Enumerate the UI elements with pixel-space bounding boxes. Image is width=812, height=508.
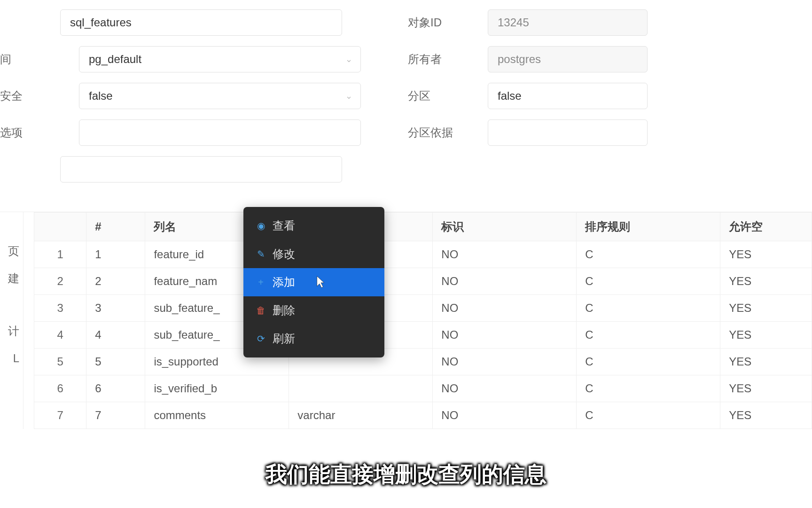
table-row[interactable]: 66is_verified_bNOCYES bbox=[34, 375, 812, 402]
tablespace-select[interactable] bbox=[79, 46, 361, 72]
columns-table: # 列名 数据类型 标识 排序规则 允许空 11feature_idvarcha… bbox=[34, 212, 812, 429]
menu-add[interactable]: + 添加 bbox=[243, 268, 384, 296]
cell-name[interactable]: comments bbox=[145, 402, 289, 429]
refresh-icon: ⟳ bbox=[256, 333, 266, 344]
cell-nullable[interactable]: YES bbox=[720, 402, 812, 429]
table-row[interactable]: 22feature_namNOCYES bbox=[34, 268, 812, 295]
cell-nullable[interactable]: YES bbox=[720, 322, 812, 349]
cell-nullable[interactable]: YES bbox=[720, 241, 812, 268]
menu-view[interactable]: ◉ 查看 bbox=[243, 212, 384, 240]
partition-by-input[interactable] bbox=[488, 119, 648, 146]
cell-type[interactable]: varchar bbox=[289, 402, 433, 429]
row-num: 6 bbox=[34, 375, 86, 402]
cell-collation[interactable]: C bbox=[577, 402, 720, 429]
cell-collation[interactable]: C bbox=[577, 349, 720, 375]
cell-hash[interactable]: 5 bbox=[86, 349, 145, 375]
row-num: 2 bbox=[34, 268, 86, 295]
cell-type[interactable] bbox=[289, 375, 433, 402]
cell-collation[interactable]: C bbox=[577, 375, 720, 402]
table-container: 页 建 计 L # 列名 数据类型 标识 排序规则 允许空 11feature_… bbox=[0, 212, 812, 429]
cell-hash[interactable]: 3 bbox=[86, 295, 145, 322]
security-label: 安全 bbox=[0, 88, 38, 103]
cell-collation[interactable]: C bbox=[577, 241, 720, 268]
cell-identity[interactable]: NO bbox=[433, 375, 577, 402]
table-row[interactable]: 55is_supportedNOCYES bbox=[34, 349, 812, 375]
cell-identity[interactable]: NO bbox=[433, 241, 577, 268]
row-num: 3 bbox=[34, 295, 86, 322]
table-row[interactable]: 44sub_feature_NOCYES bbox=[34, 322, 812, 349]
cell-identity[interactable]: NO bbox=[433, 268, 577, 295]
side-tab[interactable]: 页 bbox=[0, 238, 23, 265]
side-tab[interactable]: 建 bbox=[0, 265, 23, 292]
col-identity-header[interactable]: 标识 bbox=[433, 213, 577, 241]
options-label: 选项 bbox=[0, 125, 38, 140]
security-select[interactable] bbox=[79, 83, 361, 109]
form-area: 对象ID 间 ⌄ 所有者 安全 ⌄ 分区 选项 分区依据 bbox=[0, 0, 812, 212]
row-num: 4 bbox=[34, 322, 86, 349]
extra-input[interactable] bbox=[60, 156, 342, 183]
cell-nullable[interactable]: YES bbox=[720, 375, 812, 402]
trash-icon: 🗑 bbox=[256, 305, 266, 316]
col-collation-header[interactable]: 排序规则 bbox=[577, 213, 720, 241]
cell-identity[interactable]: NO bbox=[433, 322, 577, 349]
cell-name[interactable]: is_verified_b bbox=[145, 375, 289, 402]
cell-identity[interactable]: NO bbox=[433, 402, 577, 429]
side-tab[interactable]: 计 bbox=[0, 318, 23, 345]
cell-nullable[interactable]: YES bbox=[720, 268, 812, 295]
cell-hash[interactable]: 2 bbox=[86, 268, 145, 295]
cell-hash[interactable]: 4 bbox=[86, 322, 145, 349]
menu-refresh[interactable]: ⟳ 刷新 bbox=[243, 325, 384, 353]
table-row[interactable]: 33sub_feature_NOCYES bbox=[34, 295, 812, 322]
row-num: 7 bbox=[34, 402, 86, 429]
partition-label: 分区 bbox=[408, 88, 488, 103]
row-num: 5 bbox=[34, 349, 86, 375]
col-hash[interactable]: # bbox=[86, 213, 145, 241]
owner-label: 所有者 bbox=[408, 52, 488, 67]
cell-nullable[interactable]: YES bbox=[720, 349, 812, 375]
plus-icon: + bbox=[256, 277, 266, 287]
table-row[interactable]: 11feature_idvarcharNOCYES bbox=[34, 241, 812, 268]
partition-by-label: 分区依据 bbox=[408, 125, 488, 140]
cell-collation[interactable]: C bbox=[577, 322, 720, 349]
options-input[interactable] bbox=[79, 119, 361, 146]
oid-input bbox=[488, 9, 648, 36]
menu-delete-label: 删除 bbox=[273, 303, 295, 318]
cell-hash[interactable]: 6 bbox=[86, 375, 145, 402]
row-num: 1 bbox=[34, 241, 86, 268]
menu-add-label: 添加 bbox=[273, 275, 295, 290]
oid-label: 对象ID bbox=[408, 15, 488, 30]
context-menu: ◉ 查看 ✎ 修改 + 添加 🗑 删除 ⟳ 刷新 bbox=[243, 207, 384, 357]
menu-delete[interactable]: 🗑 删除 bbox=[243, 296, 384, 325]
side-tabs: 页 建 计 L bbox=[0, 212, 23, 429]
menu-edit-label: 修改 bbox=[273, 246, 295, 262]
owner-input bbox=[488, 46, 648, 72]
cell-identity[interactable]: NO bbox=[433, 295, 577, 322]
table-row[interactable]: 77commentsvarcharNOCYES bbox=[34, 402, 812, 429]
menu-refresh-label: 刷新 bbox=[273, 331, 295, 346]
tablespace-label: 间 bbox=[0, 52, 38, 67]
side-tab[interactable]: L bbox=[0, 345, 23, 372]
partition-input[interactable] bbox=[488, 83, 648, 109]
cell-hash[interactable]: 7 bbox=[86, 402, 145, 429]
edit-icon: ✎ bbox=[256, 249, 266, 259]
menu-edit[interactable]: ✎ 修改 bbox=[243, 240, 384, 268]
eye-icon: ◉ bbox=[256, 221, 266, 231]
cell-nullable[interactable]: YES bbox=[720, 295, 812, 322]
menu-view-label: 查看 bbox=[273, 218, 295, 233]
col-nullable-header[interactable]: 允许空 bbox=[720, 213, 812, 241]
cell-collation[interactable]: C bbox=[577, 295, 720, 322]
video-subtitle: 我们能直接增删改查列的信息 bbox=[265, 460, 547, 489]
table-header-row: # 列名 数据类型 标识 排序规则 允许空 bbox=[34, 213, 812, 241]
cell-hash[interactable]: 1 bbox=[86, 241, 145, 268]
table-name-input[interactable] bbox=[60, 9, 342, 36]
cell-identity[interactable]: NO bbox=[433, 349, 577, 375]
cell-collation[interactable]: C bbox=[577, 268, 720, 295]
